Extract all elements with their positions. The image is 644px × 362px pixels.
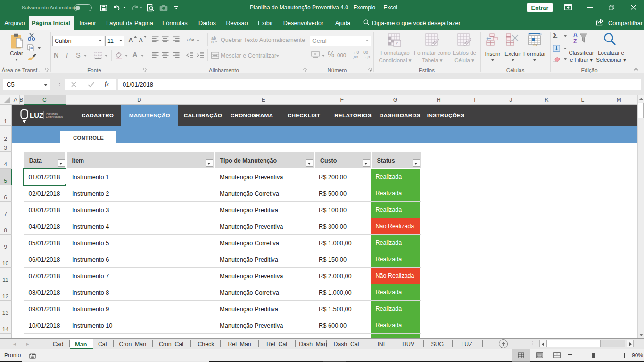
svg-text:c: c (211, 40, 214, 44)
svg-text:≠: ≠ (396, 41, 398, 46)
svg-text:ab: ab (187, 37, 192, 42)
svg-text:LUZ: LUZ (30, 111, 43, 119)
svg-text:Planilhas: Planilhas (46, 112, 58, 115)
svg-text:Empresariais: Empresariais (46, 115, 63, 118)
